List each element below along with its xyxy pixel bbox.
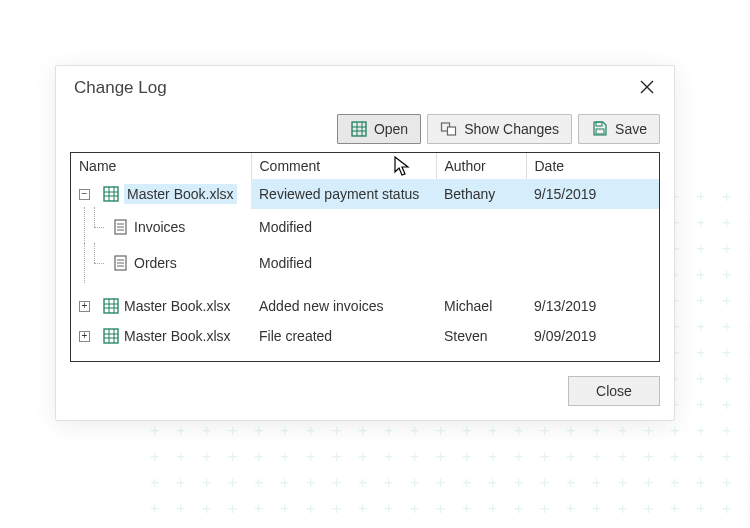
table-row[interactable]: Invoices Modified (71, 209, 659, 245)
expand-icon[interactable]: + (79, 301, 90, 312)
sheet-icon (112, 254, 130, 272)
col-header-name[interactable]: Name (71, 153, 251, 179)
excel-file-icon (102, 185, 120, 203)
table-row[interactable]: + Master Book.xlsx Added new invoices Mi… (71, 291, 659, 321)
toolbar: Open Show Changes Save (56, 108, 674, 152)
open-button-label: Open (374, 121, 408, 137)
close-button[interactable]: Close (568, 376, 660, 406)
author-cell: Steven (436, 321, 526, 351)
col-header-author[interactable]: Author (436, 153, 526, 179)
dialog-footer: Close (56, 362, 674, 420)
excel-file-icon (102, 327, 120, 345)
save-button[interactable]: Save (578, 114, 660, 144)
table-row[interactable]: + Master Book.xlsx File created Steven 9… (71, 321, 659, 351)
date-cell: 9/09/2019 (526, 321, 659, 351)
title-bar: Change Log (56, 66, 674, 108)
svg-rect-6 (448, 127, 456, 135)
open-button[interactable]: Open (337, 114, 421, 144)
file-name: Master Book.xlsx (124, 328, 231, 344)
comment-cell: Modified (251, 245, 436, 281)
change-log-grid: Name Comment Author Date − (70, 152, 660, 362)
author-cell: Bethany (436, 179, 526, 209)
expand-icon[interactable]: + (79, 331, 90, 342)
sheet-name: Orders (134, 255, 177, 271)
comment-cell: Added new invoices (251, 291, 436, 321)
svg-rect-9 (104, 187, 118, 201)
excel-file-icon (102, 297, 120, 315)
excel-icon (350, 120, 368, 138)
collapse-icon[interactable]: − (79, 189, 90, 200)
close-icon[interactable] (636, 76, 658, 100)
save-button-label: Save (615, 121, 647, 137)
change-log-dialog: Change Log Open (55, 65, 675, 421)
table-row[interactable]: − Master Book.xlsx Reviewed payment stat… (71, 179, 659, 209)
close-button-label: Close (596, 383, 632, 399)
save-icon (591, 120, 609, 138)
svg-rect-0 (352, 122, 366, 136)
svg-rect-27 (104, 329, 118, 343)
grid-header-row: Name Comment Author Date (71, 153, 659, 179)
dialog-title: Change Log (74, 78, 167, 98)
date-cell: 9/15/2019 (526, 179, 659, 209)
show-changes-label: Show Changes (464, 121, 559, 137)
col-header-comment[interactable]: Comment (251, 153, 436, 179)
svg-rect-8 (596, 129, 604, 134)
comment-cell: Modified (251, 209, 436, 245)
compare-icon (440, 120, 458, 138)
sheet-icon (112, 218, 130, 236)
col-header-date[interactable]: Date (526, 153, 659, 179)
show-changes-button[interactable]: Show Changes (427, 114, 572, 144)
svg-rect-22 (104, 299, 118, 313)
file-name: Master Book.xlsx (124, 298, 231, 314)
comment-cell: Reviewed payment status (251, 179, 436, 209)
sheet-name: Invoices (134, 219, 185, 235)
author-cell: Michael (436, 291, 526, 321)
file-name: Master Book.xlsx (124, 184, 237, 204)
table-row[interactable]: Orders Modified (71, 245, 659, 281)
comment-cell: File created (251, 321, 436, 351)
date-cell: 9/13/2019 (526, 291, 659, 321)
